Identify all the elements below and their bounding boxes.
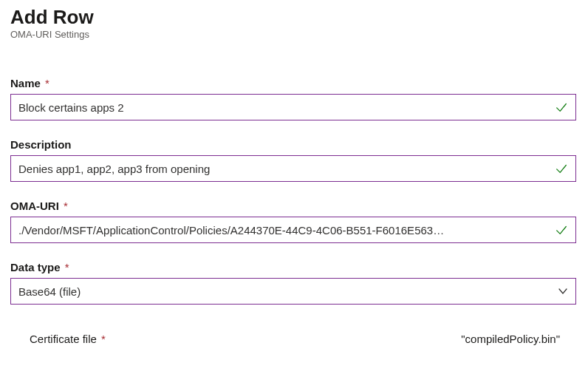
certificate-file-name: "compiledPolicy.bin" (461, 333, 560, 345)
required-marker: * (64, 200, 68, 212)
field-data-type: Data type * Base64 (file) (10, 261, 576, 305)
label-certificate-file-text: Certificate file (30, 333, 97, 345)
description-input-wrapper[interactable] (10, 155, 576, 182)
add-row-panel: Add Row OMA-URI Settings Name * Descript… (0, 0, 588, 345)
required-marker: * (101, 333, 106, 345)
label-oma-uri: OMA-URI * (10, 200, 576, 212)
data-type-select[interactable]: Base64 (file) (10, 278, 576, 305)
field-name: Name * (10, 77, 576, 120)
label-description-text: Description (10, 138, 72, 151)
label-oma-uri-text: OMA-URI (10, 200, 59, 212)
field-description: Description (10, 138, 576, 182)
checkmark-icon (555, 162, 568, 175)
data-type-value: Base64 (file) (18, 285, 552, 298)
chevron-down-icon (558, 286, 568, 296)
label-certificate-file: Certificate file * (30, 333, 106, 345)
panel-title: Add Row (10, 6, 576, 29)
checkmark-icon (555, 101, 568, 114)
field-oma-uri: OMA-URI * ./Vendor/MSFT/ApplicationContr… (10, 200, 576, 243)
description-input[interactable] (18, 156, 549, 181)
oma-uri-input[interactable]: ./Vendor/MSFT/ApplicationControl/Policie… (18, 224, 549, 237)
name-input[interactable] (18, 95, 549, 120)
label-description: Description (10, 138, 576, 151)
field-certificate-file: Certificate file * "compiledPolicy.bin" (10, 322, 576, 345)
name-input-wrapper[interactable] (10, 94, 576, 120)
required-marker: * (45, 77, 49, 89)
required-marker: * (65, 261, 69, 273)
label-data-type-text: Data type (10, 261, 61, 273)
label-name: Name * (10, 77, 576, 89)
label-name-text: Name (10, 77, 41, 89)
label-data-type: Data type * (10, 261, 576, 273)
panel-subtitle: OMA-URI Settings (10, 29, 576, 40)
oma-uri-input-wrapper[interactable]: ./Vendor/MSFT/ApplicationControl/Policie… (10, 217, 576, 243)
checkmark-icon (555, 223, 568, 237)
